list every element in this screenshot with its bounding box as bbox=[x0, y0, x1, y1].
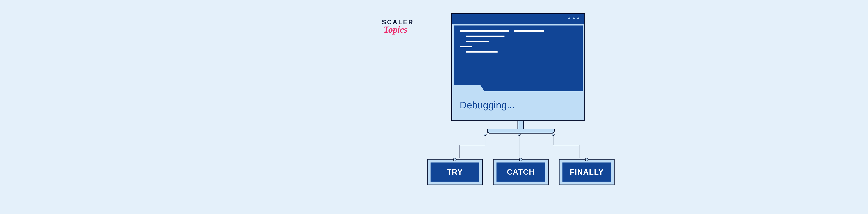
code-editor-area bbox=[454, 26, 583, 92]
finally-label: FINALLY bbox=[562, 163, 611, 182]
window-title-bar bbox=[453, 14, 584, 24]
monitor-screen: Debugging... bbox=[452, 13, 585, 121]
diagram-canvas: SCALER Topics Debugging... bbox=[382, 12, 660, 202]
code-line bbox=[466, 36, 504, 37]
svg-point-5 bbox=[552, 134, 554, 136]
try-label: TRY bbox=[431, 163, 479, 182]
window-controls-icon bbox=[568, 17, 579, 19]
scaler-topics-logo: SCALER Topics bbox=[382, 19, 414, 35]
svg-point-3 bbox=[484, 134, 486, 136]
finally-block: FINALLY bbox=[559, 159, 615, 185]
active-tab-notch bbox=[454, 85, 485, 92]
connector-dot-icon bbox=[519, 158, 523, 161]
monitor-stand-neck bbox=[518, 121, 524, 130]
monitor-stand-base bbox=[487, 129, 555, 134]
logo-topics-text: Topics bbox=[384, 25, 414, 35]
code-line bbox=[514, 30, 544, 32]
connector-lines bbox=[452, 134, 590, 158]
connector-dot-icon bbox=[585, 158, 589, 161]
debug-status-text: Debugging... bbox=[460, 99, 515, 111]
try-block: TRY bbox=[427, 159, 483, 185]
debug-panel: Debugging... bbox=[454, 92, 583, 118]
monitor-group: Debugging... bbox=[452, 13, 590, 134]
code-line bbox=[460, 46, 472, 47]
code-line bbox=[460, 30, 509, 32]
connector-dot-icon bbox=[453, 158, 457, 161]
code-line bbox=[466, 51, 498, 52]
catch-label: CATCH bbox=[496, 163, 545, 182]
code-line bbox=[466, 41, 489, 42]
svg-point-4 bbox=[518, 134, 520, 136]
exception-blocks-row: TRY CATCH FINALLY bbox=[427, 159, 615, 185]
catch-block: CATCH bbox=[493, 159, 549, 185]
